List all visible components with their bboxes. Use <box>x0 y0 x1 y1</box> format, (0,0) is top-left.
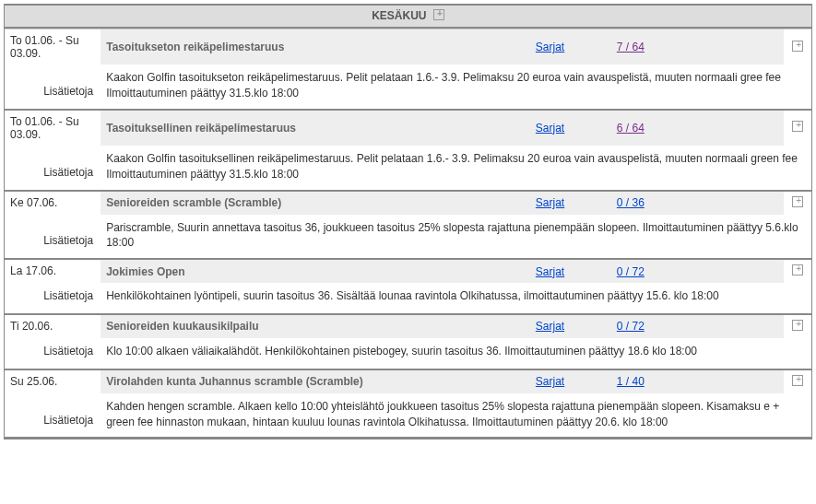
event-name: Tasoitukseton reikäpelimestaruus <box>101 29 530 65</box>
empty-cell <box>672 29 709 65</box>
expand-icon[interactable] <box>792 264 803 275</box>
expand-icon[interactable] <box>792 121 803 132</box>
detail-label: Lisätietoja <box>5 146 101 191</box>
series-cell: Sarjat <box>530 259 589 283</box>
detail-text: Henkilökohtainen lyöntipeli, suurin taso… <box>101 283 811 314</box>
event-name: Virolahden kunta Juhannus scramble (Scra… <box>101 369 530 393</box>
empty-cell <box>709 191 746 215</box>
series-link[interactable]: Sarjat <box>536 122 564 135</box>
event-detail-row: LisätietojaPariscramble, Suurin annettav… <box>5 215 811 260</box>
expand-month-icon[interactable] <box>433 9 444 23</box>
event-detail-row: LisätietojaKaakon Golfin tasoitukseton r… <box>5 64 811 110</box>
detail-text: Kaakon Golfin tasoituksellinen reikäpeli… <box>101 146 811 191</box>
detail-label: Lisätietoja <box>5 393 101 439</box>
expand-icon[interactable] <box>792 41 803 52</box>
expand-cell <box>784 314 811 338</box>
count-cell: 7 / 64 <box>589 29 672 65</box>
series-cell: Sarjat <box>530 314 589 338</box>
participants-link[interactable]: 1 / 40 <box>617 375 645 388</box>
event-name: Senioreiden kuukausikilpailu <box>101 314 530 338</box>
event-title-row: La 17.06.Jokimies OpenSarjat0 / 72 <box>5 259 811 283</box>
expand-cell <box>784 259 811 283</box>
count-cell: 0 / 36 <box>589 191 672 215</box>
event-title-row: Ke 07.06.Senioreiden scramble (Scramble)… <box>5 191 811 215</box>
event-title-row: Ti 20.06.Senioreiden kuukausikilpailuSar… <box>5 314 811 338</box>
event-title-row: Su 25.06.Virolahden kunta Juhannus scram… <box>5 369 811 393</box>
empty-cell <box>747 29 784 65</box>
series-link[interactable]: Sarjat <box>536 41 564 53</box>
event-name: Jokimies Open <box>101 259 530 283</box>
event-date: Ke 07.06. <box>5 191 101 215</box>
empty-cell <box>747 191 784 215</box>
series-cell: Sarjat <box>530 369 589 393</box>
detail-text: Kahden hengen scramble. Alkaen kello 10:… <box>101 393 811 439</box>
empty-cell <box>709 369 746 393</box>
month-header: KESÄKUU <box>5 6 811 29</box>
calendar-container: KESÄKUU To 01.06. - Su 03.09.Tasoitukset… <box>4 4 812 440</box>
empty-cell <box>747 259 784 283</box>
series-link[interactable]: Sarjat <box>536 196 564 209</box>
detail-label: Lisätietoja <box>5 215 101 260</box>
event-detail-row: LisätietojaKaakon Golfin tasoitukselline… <box>5 146 811 191</box>
empty-cell <box>709 259 746 283</box>
event-name: Senioreiden scramble (Scramble) <box>101 191 530 215</box>
expand-cell <box>784 369 811 393</box>
event-date: To 01.06. - Su 03.09. <box>5 29 101 65</box>
detail-text: Kaakon Golfin tasoitukseton reikäpelimes… <box>101 64 811 110</box>
participants-link[interactable]: 0 / 72 <box>617 265 645 278</box>
series-link[interactable]: Sarjat <box>536 265 564 278</box>
series-cell: Sarjat <box>530 29 589 65</box>
series-link[interactable]: Sarjat <box>536 320 564 333</box>
event-detail-row: LisätietojaKahden hengen scramble. Alkae… <box>5 393 811 439</box>
participants-link[interactable]: 7 / 64 <box>617 41 645 53</box>
expand-icon[interactable] <box>792 375 803 386</box>
event-detail-row: LisätietojaKlo 10:00 alkaen väliaikalähd… <box>5 338 811 369</box>
empty-cell <box>672 191 709 215</box>
detail-label: Lisätietoja <box>5 64 101 110</box>
participants-link[interactable]: 6 / 64 <box>617 122 645 135</box>
participants-link[interactable]: 0 / 36 <box>617 196 645 209</box>
participants-link[interactable]: 0 / 72 <box>617 320 645 333</box>
event-date: To 01.06. - Su 03.09. <box>5 110 101 146</box>
empty-cell <box>672 259 709 283</box>
empty-cell <box>672 110 709 146</box>
event-date: La 17.06. <box>5 259 101 283</box>
series-cell: Sarjat <box>530 191 589 215</box>
count-cell: 6 / 64 <box>589 110 672 146</box>
event-title-row: To 01.06. - Su 03.09.Tasoituksellinen re… <box>5 110 811 146</box>
empty-cell <box>709 314 746 338</box>
events-table: To 01.06. - Su 03.09.Tasoitukseton reikä… <box>5 29 811 439</box>
event-title-row: To 01.06. - Su 03.09.Tasoitukseton reikä… <box>5 29 811 65</box>
detail-label: Lisätietoja <box>5 338 101 369</box>
empty-cell <box>747 369 784 393</box>
expand-cell <box>784 191 811 215</box>
count-cell: 0 / 72 <box>589 314 672 338</box>
event-name: Tasoituksellinen reikäpelimestaruus <box>101 110 530 146</box>
expand-icon[interactable] <box>792 320 803 331</box>
empty-cell <box>747 314 784 338</box>
count-cell: 1 / 40 <box>589 369 672 393</box>
event-detail-row: LisätietojaHenkilökohtainen lyöntipeli, … <box>5 283 811 314</box>
series-link[interactable]: Sarjat <box>536 375 564 388</box>
series-cell: Sarjat <box>530 110 589 146</box>
expand-cell <box>784 110 811 146</box>
empty-cell <box>672 369 709 393</box>
event-date: Su 25.06. <box>5 369 101 393</box>
empty-cell <box>672 314 709 338</box>
expand-cell <box>784 29 811 65</box>
month-title: KESÄKUU <box>372 9 426 22</box>
empty-cell <box>709 29 746 65</box>
event-date: Ti 20.06. <box>5 314 101 338</box>
detail-text: Klo 10:00 alkaen väliaikalähdöt. Henkilö… <box>101 338 811 369</box>
expand-icon[interactable] <box>792 196 803 207</box>
empty-cell <box>747 110 784 146</box>
count-cell: 0 / 72 <box>589 259 672 283</box>
detail-label: Lisätietoja <box>5 283 101 314</box>
detail-text: Pariscramble, Suurin annettava tasoitus … <box>101 215 811 260</box>
empty-cell <box>709 110 746 146</box>
